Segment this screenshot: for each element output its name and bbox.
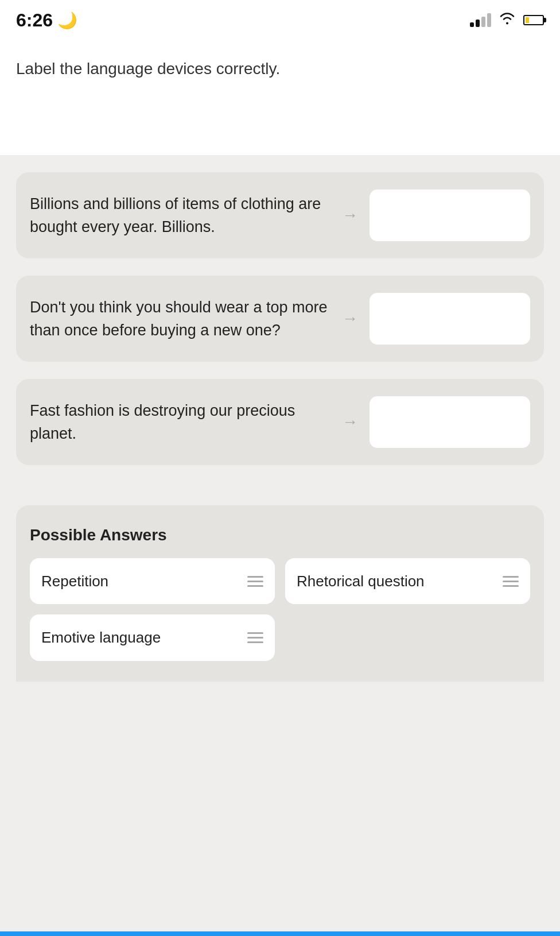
wifi-icon xyxy=(499,12,515,28)
question-text-1: Billions and billions of items of clothi… xyxy=(30,192,330,239)
answer-drop-zone-1[interactable] xyxy=(370,189,530,241)
signal-bar-4 xyxy=(487,13,491,27)
answer-drop-zone-3[interactable] xyxy=(370,396,530,448)
question-text-3: Fast fashion is destroying our precious … xyxy=(30,399,330,446)
possible-answers-section: Possible Answers Repetition Rhetorical q… xyxy=(16,505,544,682)
battery-fill xyxy=(526,17,529,23)
answer-chip-rhetorical-question[interactable]: Rhetorical question xyxy=(285,558,530,604)
possible-answers-title: Possible Answers xyxy=(30,526,530,544)
main-content-header: Label the language devices correctly. xyxy=(0,40,560,155)
arrow-icon-2: → xyxy=(342,310,358,328)
time-display: 6:26 xyxy=(16,10,53,31)
signal-bar-2 xyxy=(476,20,480,27)
instruction-text: Label the language devices correctly. xyxy=(16,57,544,80)
question-card-1: Billions and billions of items of clothi… xyxy=(16,172,544,258)
status-bar: 6:26 🌙 xyxy=(0,0,560,40)
arrow-icon-1: → xyxy=(342,206,358,225)
answer-chips-grid: Repetition Rhetorical question Emotive l… xyxy=(30,558,530,661)
status-icons xyxy=(470,12,544,28)
answer-chip-label-repetition: Repetition xyxy=(41,571,108,591)
battery-icon xyxy=(523,15,544,25)
questions-section: Billions and billions of items of clothi… xyxy=(0,155,560,505)
drag-handle-repetition xyxy=(247,576,263,587)
question-card-2: Don't you think you should wear a top mo… xyxy=(16,276,544,362)
answer-drop-zone-2[interactable] xyxy=(370,293,530,345)
question-card-3: Fast fashion is destroying our precious … xyxy=(16,379,544,465)
arrow-icon-3: → xyxy=(342,413,358,431)
status-time: 6:26 🌙 xyxy=(16,10,77,31)
answer-chip-repetition[interactable]: Repetition xyxy=(30,558,275,604)
signal-bar-1 xyxy=(470,22,474,27)
answer-chip-label-emotive-language: Emotive language xyxy=(41,627,161,648)
answer-chip-label-rhetorical-question: Rhetorical question xyxy=(297,571,425,591)
answer-chip-emotive-language[interactable]: Emotive language xyxy=(30,614,275,660)
drag-handle-rhetorical-question xyxy=(503,576,519,587)
bottom-nav-bar xyxy=(0,931,560,936)
moon-icon: 🌙 xyxy=(57,11,77,30)
signal-bars-icon xyxy=(470,13,491,27)
signal-bar-3 xyxy=(481,17,485,27)
drag-handle-emotive-language xyxy=(247,632,263,643)
question-text-2: Don't you think you should wear a top mo… xyxy=(30,296,330,342)
